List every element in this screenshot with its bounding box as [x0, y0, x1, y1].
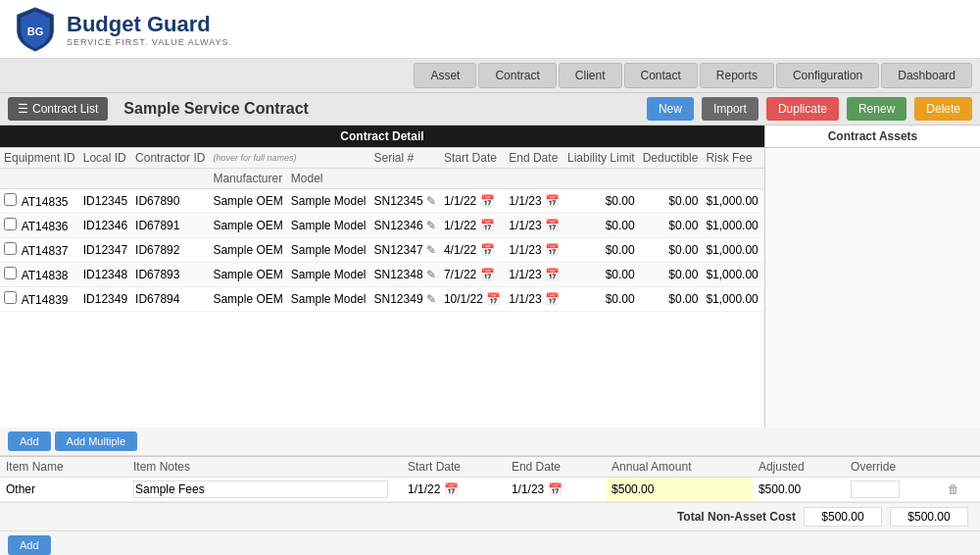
col-model: Model — [287, 169, 370, 189]
items-table: Item Name Item Notes Start Date End Date… — [0, 457, 980, 502]
end-date: 1/1/23 📅 — [505, 189, 564, 214]
nav-tab-asset[interactable]: Asset — [414, 63, 476, 88]
calendar-icon[interactable]: 📅 — [480, 194, 495, 208]
total-value2: $500.00 — [890, 507, 968, 527]
calendar-icon[interactable]: 📅 — [486, 292, 501, 306]
item-notes[interactable] — [127, 478, 402, 502]
add-asset-button[interactable]: Add — [8, 431, 51, 451]
edit-icon[interactable]: ✎ — [426, 219, 436, 232]
nav-tab-contract[interactable]: Contract — [478, 63, 556, 88]
start-date: 7/1/22 📅 — [440, 263, 505, 287]
row-checkbox[interactable] — [4, 193, 17, 206]
model: Sample Model — [287, 189, 370, 214]
calendar-icon[interactable]: 📅 — [548, 482, 563, 496]
contract-list-label: Contract List — [32, 102, 98, 116]
local-id: ID12346 — [79, 214, 131, 238]
nav-tab-dashboard[interactable]: Dashboard — [881, 63, 972, 88]
serial: SN12345 ✎ — [370, 189, 440, 214]
manufacturer: Sample OEM — [209, 263, 286, 287]
equip-id: AT14836 — [0, 214, 79, 238]
col-risk-fee: Risk Fee — [702, 148, 761, 169]
delete-item-button[interactable]: 🗑 — [942, 478, 980, 502]
calendar-icon[interactable]: 📅 — [480, 243, 495, 257]
row-checkbox[interactable] — [4, 242, 17, 255]
items-col-override: Override — [845, 457, 942, 478]
edit-icon[interactable]: ✎ — [426, 194, 436, 208]
calendar-icon[interactable]: 📅 — [480, 219, 495, 232]
col-empty3 — [131, 169, 209, 189]
risk-fee: $1,000.00 — [702, 263, 761, 287]
nav-tab-configuration[interactable]: Configuration — [776, 63, 879, 88]
start-date: 4/1/22 📅 — [440, 238, 505, 263]
item-notes-input[interactable] — [133, 480, 388, 498]
app-header: BG Budget Guard SERVICE FIRST. VALUE ALW… — [0, 0, 980, 59]
col-manufacturer: Manufacturer — [209, 169, 286, 189]
contractor-id: ID67890 — [131, 189, 209, 214]
manufacturer: Sample OEM — [209, 189, 286, 214]
contractor-id: ID67894 — [131, 287, 209, 312]
calendar-icon[interactable]: 📅 — [545, 268, 560, 281]
local-id: ID12348 — [79, 263, 131, 287]
table-row: AT14838 ID12348 ID67893 Sample OEM Sampl… — [0, 263, 764, 287]
nav-tab-reports[interactable]: Reports — [700, 63, 774, 88]
table-row: AT14836 ID12346 ID67891 Sample OEM Sampl… — [0, 214, 764, 238]
end-date: 1/1/23 📅 — [505, 238, 564, 263]
items-col-name: Item Name — [0, 457, 127, 478]
model: Sample Model — [287, 214, 370, 238]
add-item-bar: Add — [0, 530, 980, 555]
serial: SN12346 ✎ — [370, 214, 440, 238]
equip-id: AT14835 — [0, 189, 79, 214]
edit-icon[interactable]: ✎ — [426, 243, 436, 257]
col-equip-id: Equipment ID — [0, 148, 79, 169]
items-col-adjusted: Adjusted — [753, 457, 845, 478]
items-table-container: Item Name Item Notes Start Date End Date… — [0, 457, 980, 502]
logo-subtitle: SERVICE FIRST. VALUE ALWAYS. — [67, 37, 232, 47]
item-annual-amount: $500.00 — [606, 478, 753, 502]
nav-tab-contact[interactable]: Contact — [624, 63, 698, 88]
col-liability: Liability Limit — [564, 148, 639, 169]
add-multiple-button[interactable]: Add Multiple — [55, 431, 138, 451]
item-override-input[interactable] — [851, 480, 900, 498]
risk-fee: $1,000.00 — [702, 238, 761, 263]
item-override[interactable] — [845, 478, 942, 502]
edit-icon[interactable]: ✎ — [426, 292, 436, 306]
new-button[interactable]: New — [647, 97, 694, 121]
total-bar: Total Non-Asset Cost $500.00 $500.00 — [0, 502, 980, 530]
total-value1: $500.00 — [804, 507, 882, 527]
calendar-icon[interactable]: 📅 — [545, 194, 560, 208]
calendar-icon[interactable]: 📅 — [444, 482, 459, 496]
start-date: 1/1/22 📅 — [440, 214, 505, 238]
end-date: 1/1/23 📅 — [505, 263, 564, 287]
import-button[interactable]: Import — [702, 97, 759, 121]
risk-fee: $1,000.00 — [702, 214, 761, 238]
calendar-icon[interactable]: 📅 — [545, 219, 560, 232]
col-empty8 — [639, 169, 703, 189]
items-col-annual: Annual Amount — [606, 457, 753, 478]
row-checkbox[interactable] — [4, 218, 17, 230]
row-checkbox[interactable] — [4, 267, 17, 279]
table-row: AT14837 ID12347 ID67892 Sample OEM Sampl… — [0, 238, 764, 263]
deductible: $0.00 — [639, 263, 703, 287]
col-hover-note: (hover for full names) — [209, 148, 369, 169]
serial: SN12348 ✎ — [370, 263, 440, 287]
item-end-date: 1/1/23 📅 — [506, 478, 606, 502]
row-checkbox[interactable] — [4, 291, 17, 304]
calendar-icon[interactable]: 📅 — [480, 268, 495, 281]
deductible: $0.00 — [639, 287, 703, 312]
duplicate-button[interactable]: Duplicate — [766, 97, 839, 121]
contract-list-button[interactable]: ☰ Contract List — [8, 97, 108, 121]
add-buttons-bar: Add Add Multiple — [0, 428, 980, 456]
calendar-icon[interactable]: 📅 — [545, 292, 560, 306]
end-date: 1/1/23 📅 — [505, 287, 564, 312]
liability: $0.00 — [564, 214, 639, 238]
item-name: Other — [0, 478, 127, 502]
renew-button[interactable]: Renew — [847, 97, 906, 121]
nav-tab-client[interactable]: Client — [559, 63, 622, 88]
add-item-button[interactable]: Add — [8, 535, 51, 555]
col-empty2 — [79, 169, 131, 189]
calendar-icon[interactable]: 📅 — [545, 243, 560, 257]
edit-icon[interactable]: ✎ — [426, 268, 436, 281]
svg-text:BG: BG — [27, 25, 44, 36]
delete-button[interactable]: Delete — [914, 97, 972, 121]
liability: $0.00 — [564, 287, 639, 312]
